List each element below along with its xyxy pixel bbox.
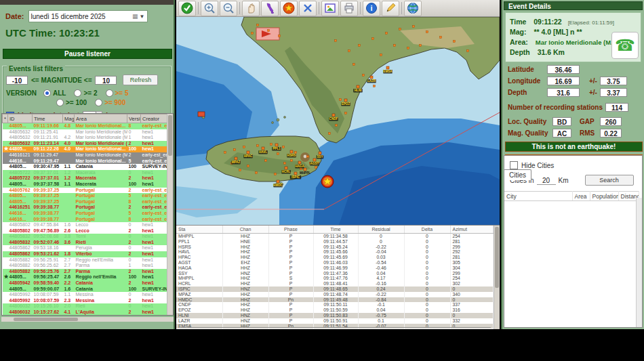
event-row[interactable]: 44805...09:11:19.664.8Mar Ionio Meridion… bbox=[3, 123, 169, 129]
event-row[interactable]: 4480599210:08:07.592.3Messina2hew1 bbox=[3, 298, 169, 304]
globe-icon-button[interactable] bbox=[404, 1, 422, 16]
info-icon-button[interactable]: i bbox=[363, 1, 380, 16]
seismic-station-marker[interactable] bbox=[251, 33, 254, 35]
seismic-station-marker[interactable] bbox=[294, 172, 297, 175]
event-row[interactable]: 4480563209:11:21.914.2Mar Ionio Meridion… bbox=[3, 135, 169, 141]
event-row[interactable]: 44616...09:11:29.47Mar Ionio Meridional.… bbox=[3, 158, 169, 165]
event-row[interactable]: 44805...09:39:37.25Portugal8early-est_ee… bbox=[3, 199, 169, 205]
seismic-station-marker[interactable] bbox=[298, 161, 301, 164]
seismic-station-marker[interactable] bbox=[239, 169, 241, 171]
seismic-station-marker[interactable] bbox=[279, 35, 281, 37]
seismic-station-marker[interactable] bbox=[243, 146, 245, 148]
draw-pencil-icon-button[interactable] bbox=[382, 1, 399, 16]
col-id[interactable]: ID bbox=[8, 114, 33, 123]
events-horizontal-scrollbar[interactable] bbox=[1, 317, 174, 322]
event-row[interactable]: ★44805...09:11:22.264.0Mar Ionio Meridio… bbox=[3, 146, 169, 152]
phase-row[interactable]: MHPPLHHZS09:11:47.764.170254 bbox=[176, 276, 493, 281]
seismic-station-marker[interactable] bbox=[363, 75, 365, 77]
seismic-station-marker[interactable] bbox=[348, 50, 350, 52]
event-row[interactable]: ★44805...09:56:25.472.6Reggio nell'Emili… bbox=[3, 274, 169, 280]
snapshot-icon-button[interactable] bbox=[321, 1, 339, 16]
event-row[interactable]: 4461625109:39:38.77Portugal2early-est_ee… bbox=[3, 205, 169, 211]
seismic-station-marker[interactable] bbox=[394, 45, 396, 47]
seismic-station-marker[interactable] bbox=[319, 152, 321, 154]
seismic-station-marker[interactable] bbox=[329, 133, 331, 135]
italy-view-icon-button[interactable] bbox=[261, 1, 279, 16]
col-time[interactable]: Time bbox=[33, 114, 63, 123]
print-icon-button[interactable] bbox=[340, 1, 358, 16]
seismic-station-marker[interactable] bbox=[285, 167, 287, 169]
seismic-station-marker[interactable] bbox=[256, 172, 258, 174]
seismic-station-marker[interactable] bbox=[359, 45, 361, 47]
seismic-station-marker[interactable] bbox=[340, 99, 342, 101]
depth-error-value[interactable]: 3.37 bbox=[600, 88, 627, 97]
magnitude-max-input[interactable]: 10 bbox=[95, 76, 117, 85]
col-time[interactable]: Time bbox=[313, 226, 358, 234]
seismic-station-marker[interactable] bbox=[386, 33, 388, 35]
cities-search-button[interactable]: Search bbox=[585, 175, 634, 186]
event-row[interactable]: 4480594209:58:59.402.2Catania2hew1 bbox=[3, 280, 169, 286]
zoom-in-icon-button[interactable] bbox=[201, 1, 218, 16]
seismic-station-marker[interactable] bbox=[247, 165, 249, 167]
seismic-station-marker[interactable] bbox=[357, 85, 359, 88]
seismic-station-marker[interactable] bbox=[353, 64, 355, 66]
event-row[interactable]: 44805...09:37:37.581.1Macerata100hew1 bbox=[3, 182, 169, 188]
phase-row[interactable]: MPAZHHZP09:11:48.74-0.220340 bbox=[176, 292, 493, 297]
date-picker[interactable]: lunedì 15 dicembre 2025 ▦ ▼ bbox=[28, 10, 148, 22]
version-option-5[interactable]: >= 5 bbox=[106, 89, 129, 97]
seismic-station-marker[interactable] bbox=[234, 149, 236, 151]
event-row[interactable]: 4480580209:47:55.841.6Lecco0hew1 bbox=[3, 222, 169, 228]
phase-row[interactable]: HPACHHZP09:11:45.690.030281 bbox=[176, 255, 493, 260]
seismic-station-marker[interactable] bbox=[270, 144, 273, 146]
phase-row[interactable]: PPL1HNEP09:11:44.5700281 bbox=[176, 239, 493, 245]
phase-row[interactable]: SSYHNZP09:11:47.360.040299 bbox=[176, 271, 493, 276]
seismic-station-marker[interactable] bbox=[284, 163, 286, 165]
col-mag[interactable]: Mag bbox=[63, 114, 75, 123]
phase-row[interactable]: AGSTEHZP09:11:46.03-0.540305 bbox=[176, 260, 493, 266]
phase-row[interactable]: HAGAHHZP09:11:46.99-0.460304 bbox=[176, 266, 493, 271]
seismic-station-marker[interactable] bbox=[440, 37, 442, 39]
col-city[interactable]: City bbox=[504, 192, 572, 201]
event-row[interactable]: 44805...09:59:00.071.6Catania100SURVEY-I… bbox=[3, 286, 169, 293]
col-phase[interactable]: Phase bbox=[268, 226, 313, 234]
event-row[interactable]: 4480572209:37:37.011.2Macerata0hew1 bbox=[3, 170, 169, 176]
event-row[interactable]: 44805...09:39:37.25Portugal5early-est_ee… bbox=[3, 193, 169, 199]
refresh-button[interactable]: Refresh bbox=[123, 75, 158, 85]
not-earthquake-button[interactable]: This is not an earthquake! bbox=[505, 142, 643, 152]
phase-row[interactable]: HSRSHHZP09:11:45.24-0.220299 bbox=[176, 245, 493, 250]
seismic-station-marker[interactable] bbox=[345, 112, 347, 114]
seismic-station-marker[interactable] bbox=[283, 146, 285, 148]
event-row[interactable]: 4480588209:56:25.762.7Parma2hew1 bbox=[3, 269, 169, 275]
rms-value[interactable]: 0.22 bbox=[600, 129, 622, 137]
phase-row[interactable]: CNDFHHZP09:11:50.11-0.10337 bbox=[176, 302, 493, 307]
col-area[interactable]: Area bbox=[572, 192, 590, 201]
phase-row[interactable]: HLNIHNZP09:11:50.83-0.7500 bbox=[176, 313, 493, 318]
mag-quality-value[interactable]: AC bbox=[552, 129, 571, 137]
phase-row[interactable]: MHPPLHHZP09:11:34.5800254 bbox=[176, 234, 493, 239]
event-row[interactable]: 44805...09:30:47.951.1Catania100SURVEY-I… bbox=[3, 164, 169, 170]
seismic-station-marker[interactable] bbox=[386, 66, 389, 69]
seismic-station-marker[interactable] bbox=[275, 144, 278, 146]
event-row[interactable]: 4480563209:11:25.41Mar Ionio Meridionale… bbox=[3, 129, 169, 135]
seismic-station-marker[interactable] bbox=[399, 28, 401, 30]
seismic-station-marker[interactable] bbox=[420, 45, 422, 47]
version-option-100[interactable]: >= 100 bbox=[56, 99, 87, 106]
seismic-station-marker[interactable] bbox=[454, 41, 456, 43]
version-option-2[interactable]: >= 2 bbox=[74, 89, 97, 97]
hide-cities-checkbox[interactable] bbox=[510, 161, 518, 169]
event-row[interactable]: 4480583209:52:07.463.6Rieti2hew1 bbox=[3, 240, 169, 246]
scrollbar-thumb[interactable] bbox=[495, 227, 499, 288]
cities-radius-input[interactable]: 20 bbox=[537, 176, 556, 185]
col-delta[interactable]: Delta bbox=[404, 226, 450, 234]
depth-field-value[interactable]: 31.6 bbox=[547, 88, 580, 97]
stations-count-value[interactable]: 114 bbox=[605, 103, 628, 112]
seismic-station-marker[interactable] bbox=[290, 150, 293, 153]
epicenter-marker[interactable] bbox=[321, 175, 334, 188]
seismic-station-marker[interactable] bbox=[426, 31, 428, 33]
seismic-station-marker[interactable] bbox=[336, 125, 338, 127]
event-row[interactable]: 4480603210:15:27.624.1L'Aquila2hew1 bbox=[3, 310, 169, 316]
cities-vertical-scrollbar[interactable] bbox=[636, 198, 642, 327]
loc-quality-value[interactable]: BD bbox=[552, 117, 571, 126]
version-option-all[interactable]: ALL bbox=[43, 89, 66, 97]
seismic-station-marker[interactable] bbox=[467, 50, 469, 52]
